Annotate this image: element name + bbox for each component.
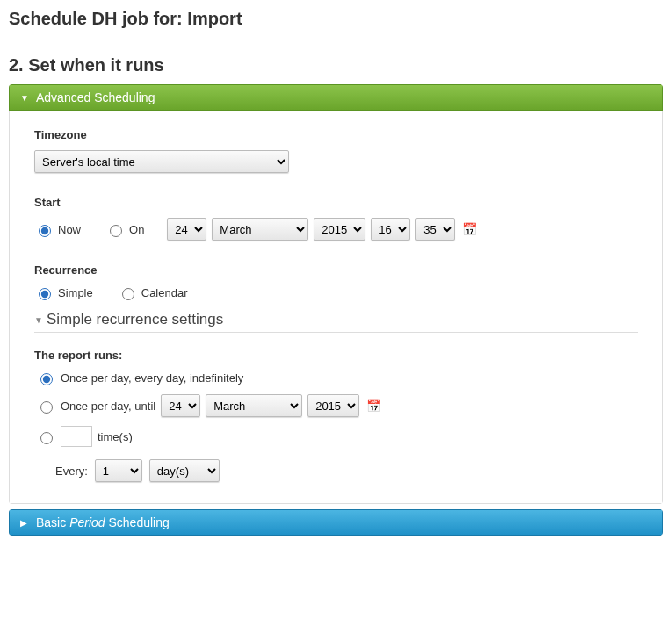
start-on-option[interactable]: On (105, 222, 144, 237)
runs-until-option[interactable]: Once per day, until 24 March 2015 📅 (36, 394, 638, 417)
start-section: Start Now On 24 March 2015 16 (34, 196, 638, 241)
start-now-label: Now (58, 223, 81, 236)
runs-indefinitely-option[interactable]: Once per day, every day, indefinitely (36, 371, 638, 385)
until-year-select[interactable]: 2015 (307, 394, 359, 417)
start-month-select[interactable]: March (212, 218, 308, 241)
advanced-scheduling-panel: ▼ Advanced Scheduling Timezone Server's … (9, 84, 663, 504)
calendar-icon[interactable]: 📅 (366, 399, 381, 413)
every-row: Every: 1 day(s) (36, 459, 638, 482)
collapse-icon: ▼ (20, 93, 29, 103)
recurrence-label: Recurrence (34, 263, 638, 277)
chevron-down-icon: ▼ (34, 315, 43, 325)
advanced-panel-body: Timezone Server's local time Start Now O… (9, 111, 663, 504)
simple-settings-header[interactable]: ▼ Simple recurrence settings (34, 311, 638, 333)
basic-panel-header[interactable]: ▶ Basic Period Scheduling (9, 509, 663, 536)
times-suffix-label: time(s) (98, 430, 133, 443)
runs-until-radio[interactable] (40, 401, 53, 414)
advanced-panel-title: Advanced Scheduling (36, 90, 155, 104)
step-title: 2. Set when it runs (9, 55, 663, 76)
start-day-select[interactable]: 24 (167, 218, 206, 241)
advanced-panel-header[interactable]: ▼ Advanced Scheduling (9, 84, 663, 111)
recurrence-section: Recurrence Simple Calendar (34, 263, 638, 300)
timezone-select[interactable]: Server's local time (34, 150, 289, 173)
start-now-option[interactable]: Now (34, 222, 81, 237)
start-label: Start (34, 196, 638, 209)
start-minute-select[interactable]: 35 (415, 218, 455, 241)
recurrence-calendar-radio[interactable] (122, 288, 134, 300)
start-on-label: On (129, 223, 144, 236)
runs-times-radio[interactable] (40, 432, 53, 444)
every-count-select[interactable]: 1 (95, 459, 142, 482)
basic-scheduling-panel: ▶ Basic Period Scheduling (9, 509, 663, 536)
start-now-radio[interactable] (39, 225, 51, 237)
until-month-select[interactable]: March (206, 394, 302, 417)
times-input[interactable] (61, 426, 92, 447)
runs-label: The report runs: (34, 349, 638, 362)
basic-panel-title: Basic Period Scheduling (36, 515, 170, 529)
start-on-radio[interactable] (110, 225, 122, 237)
start-year-select[interactable]: 2015 (314, 218, 365, 241)
runs-until-label: Once per day, until (61, 400, 155, 413)
calendar-icon[interactable]: 📅 (462, 222, 477, 236)
basic-title-em: Period (69, 515, 105, 529)
recurrence-calendar-option[interactable]: Calendar (118, 285, 188, 300)
every-unit-select[interactable]: day(s) (149, 459, 220, 482)
runs-indefinitely-label: Once per day, every day, indefinitely (61, 371, 243, 385)
start-hour-select[interactable]: 16 (371, 218, 410, 241)
page-title: Schedule DH job for: Import (9, 9, 663, 29)
basic-title-suffix: Scheduling (105, 515, 170, 529)
until-day-select[interactable]: 24 (161, 394, 200, 417)
every-label: Every: (55, 465, 88, 478)
recurrence-simple-label: Simple (58, 286, 93, 299)
expand-icon: ▶ (20, 518, 29, 528)
runs-times-option[interactable]: time(s) (36, 426, 638, 447)
recurrence-calendar-label: Calendar (141, 286, 188, 299)
runs-options: Once per day, every day, indefinitely On… (34, 371, 638, 482)
basic-title-prefix: Basic (36, 515, 69, 529)
recurrence-simple-radio[interactable] (39, 288, 51, 300)
recurrence-simple-option[interactable]: Simple (34, 285, 93, 300)
timezone-section: Timezone Server's local time (34, 128, 638, 173)
runs-indefinitely-radio[interactable] (40, 373, 53, 385)
timezone-label: Timezone (34, 128, 638, 141)
simple-settings-title: Simple recurrence settings (47, 311, 223, 328)
